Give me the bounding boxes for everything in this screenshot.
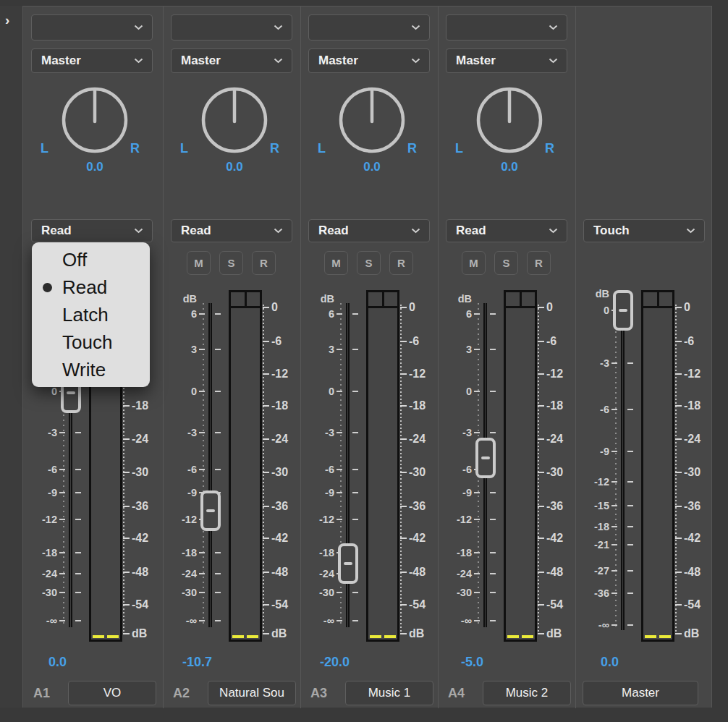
meter-level-right: [384, 635, 396, 638]
output-assign-dropdown[interactable]: Master: [446, 48, 567, 73]
solo-button[interactable]: S: [494, 251, 518, 275]
meter-scale-label: 0: [409, 300, 415, 315]
meter-scale-label: -24: [684, 432, 701, 446]
output-assign-dropdown[interactable]: Master: [31, 48, 153, 73]
meter-tick: [263, 438, 269, 440]
input-assign-dropdown[interactable]: [308, 14, 430, 41]
automation-mode-dropdown[interactable]: Read: [31, 219, 153, 242]
automation-mode-dropdown[interactable]: Read: [171, 219, 292, 242]
fader-scale-label: -12: [25, 513, 57, 526]
automation-mode-dropdown[interactable]: Read: [308, 219, 430, 242]
input-assign-dropdown[interactable]: [446, 14, 567, 41]
record-arm-button[interactable]: R: [389, 251, 413, 275]
fader-scale-label: dB: [577, 287, 609, 300]
record-arm-button[interactable]: R: [527, 251, 551, 275]
fader-tick: [352, 469, 358, 470]
automation-mode-dropdown-value: Touch: [593, 224, 630, 238]
record-arm-button[interactable]: R: [252, 251, 276, 275]
menu-item-write[interactable]: Write: [32, 356, 150, 383]
meter-tick: [538, 307, 544, 308]
track-name-field[interactable]: Music 2: [483, 681, 571, 705]
meter-scale-label: -30: [271, 465, 288, 480]
mute-button[interactable]: M: [324, 251, 348, 275]
volume-value[interactable]: 0.0: [579, 655, 640, 670]
track-name-field[interactable]: Master: [583, 681, 698, 705]
meter-tick: [400, 438, 407, 440]
meter-tick: [675, 472, 682, 473]
pan-knob[interactable]: [60, 85, 130, 155]
volume-fader-handle[interactable]: [200, 490, 221, 531]
meter-tick: [263, 341, 269, 342]
meter-tick: [263, 572, 269, 573]
fader-scale-label: -18: [164, 546, 197, 559]
meter-scale-label: -12: [684, 367, 701, 381]
track-id-label: A2: [173, 686, 190, 701]
meter-scale-label: -6: [684, 334, 694, 349]
solo-button[interactable]: S: [357, 251, 381, 275]
fader-scale-label: -12: [439, 513, 472, 526]
chevron-down-icon: [134, 25, 143, 30]
menu-item-read[interactable]: Read: [32, 273, 150, 301]
input-assign-dropdown[interactable]: [31, 14, 153, 41]
meter-scale-label: -18: [271, 399, 288, 413]
fader-track[interactable]: [621, 296, 625, 630]
output-assign-dropdown[interactable]: Master: [308, 48, 430, 73]
panel-expand-chevron-icon[interactable]: ›: [5, 13, 18, 27]
track-name-field[interactable]: Music 1: [345, 681, 433, 705]
fader-tick: [75, 552, 81, 553]
meter-tick: [675, 538, 682, 539]
menu-item-off[interactable]: Off: [32, 246, 150, 273]
volume-value[interactable]: -20.0: [304, 655, 365, 670]
pan-value[interactable]: 0.0: [51, 160, 138, 174]
volume-fader-handle[interactable]: [613, 290, 633, 331]
meter-tick: [263, 472, 269, 473]
fader-tick: [215, 573, 221, 574]
menu-item-touch[interactable]: Touch: [32, 328, 150, 356]
track-name-field[interactable]: VO: [68, 681, 156, 705]
volume-value[interactable]: 0.0: [27, 655, 88, 670]
output-assign-dropdown[interactable]: Master: [171, 48, 292, 73]
volume-fader-handle[interactable]: [338, 543, 358, 584]
pan-knob[interactable]: [475, 85, 544, 155]
fader-scale-label: -36: [577, 587, 609, 600]
meter-scale-label: -30: [409, 465, 426, 480]
automation-mode-dropdown-value: Read: [181, 224, 211, 238]
fader-scale-label: -6: [302, 463, 334, 476]
pan-knob[interactable]: [337, 85, 407, 155]
automation-mode-dropdown[interactable]: Read: [446, 219, 567, 242]
chevron-down-icon: [411, 228, 420, 234]
track-name-field[interactable]: Natural Sou: [208, 681, 296, 705]
pan-knob[interactable]: [200, 85, 269, 155]
fader-tick: [490, 552, 496, 553]
fader-scale-label: -24: [439, 567, 472, 580]
solo-button[interactable]: S: [219, 251, 243, 275]
meter-channel-divider: [245, 292, 247, 306]
meter-tick: [400, 506, 407, 507]
meter-tick: [538, 572, 544, 573]
fader-tick: [490, 313, 496, 315]
meter-scale-label: -54: [546, 598, 563, 612]
meter-scale-label: -42: [409, 531, 426, 545]
pan-value[interactable]: 0.0: [329, 160, 415, 174]
fader-track[interactable]: [208, 303, 212, 627]
input-assign-dropdown[interactable]: [171, 14, 292, 41]
fader-tick: [352, 313, 358, 315]
volume-value[interactable]: -5.0: [441, 655, 503, 670]
fader-scale-label: -24: [302, 567, 334, 580]
meter-scale-label: -48: [132, 565, 148, 579]
level-meter: [504, 290, 537, 642]
automation-mode-dropdown[interactable]: Touch: [583, 219, 705, 242]
volume-value[interactable]: -10.7: [166, 655, 228, 670]
pan-value[interactable]: 0.0: [191, 160, 278, 174]
mute-button[interactable]: M: [187, 251, 211, 275]
menu-item-latch[interactable]: Latch: [32, 301, 150, 328]
fader-tick: [352, 391, 358, 392]
meter-minor-ticks: [675, 305, 677, 634]
pan-value[interactable]: 0.0: [466, 160, 553, 174]
mute-button[interactable]: M: [462, 251, 486, 275]
output-assign-dropdown-value: Master: [181, 54, 221, 68]
fader-scale-label: -9: [577, 445, 609, 458]
meter-tick: [263, 373, 269, 375]
volume-fader-handle[interactable]: [475, 438, 496, 478]
meter-scale-label: -18: [132, 399, 148, 413]
